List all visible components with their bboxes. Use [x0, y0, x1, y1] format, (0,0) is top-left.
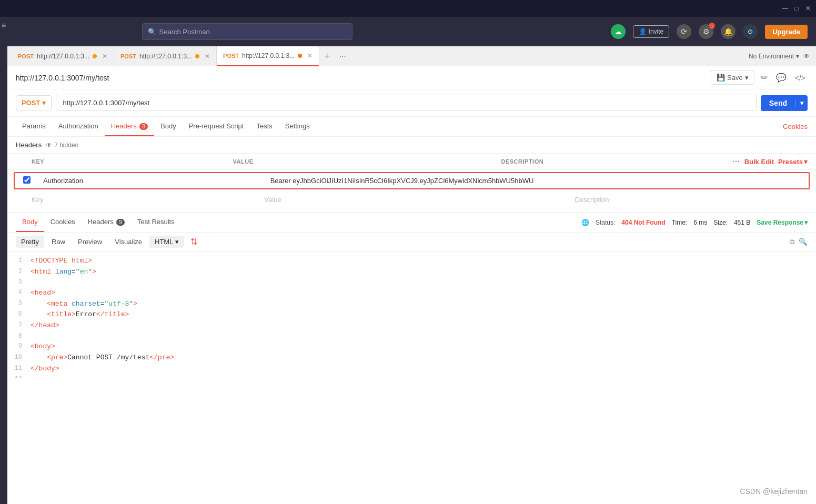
response-section: Body Cookies Headers 9 Test Results 🌐 St…	[7, 212, 816, 378]
request-tabs: Params Authorization Headers 8 Body Pre-…	[7, 117, 816, 137]
send-button[interactable]: Send ▾	[761, 95, 808, 111]
res-tab-test-results[interactable]: Test Results	[131, 213, 181, 232]
hidden-count-badge: 👁 7 hidden	[46, 142, 78, 149]
format-dropdown-icon: ▾	[175, 238, 179, 246]
time-value: 6 ms	[693, 219, 707, 226]
avatar[interactable]: ⊙	[743, 24, 758, 39]
tab-settings[interactable]: Settings	[279, 117, 316, 136]
code-tab-pretty[interactable]: Pretty	[16, 236, 44, 248]
tab-3-dot	[298, 54, 302, 58]
new-tab-button[interactable]: +	[319, 52, 335, 61]
code-tab-raw[interactable]: Raw	[46, 236, 70, 248]
top-header: 🔍 Search Postman ☁ 👤 Invite ⟳ ⚙1 🔔 ⊙ Upg…	[7, 17, 816, 46]
code-line-7: 7 </head>	[7, 320, 816, 331]
res-headers-badge: 9	[116, 219, 125, 226]
row-value[interactable]: Bearer eyJhbGciOiJIUzI1NiIsInR5cCl6IkpXV…	[270, 177, 573, 185]
cloud-icon[interactable]: ☁	[611, 24, 626, 39]
minimize-button[interactable]: —	[781, 5, 789, 12]
edit-icon[interactable]: ✏	[759, 70, 770, 85]
tab-body[interactable]: Body	[154, 117, 183, 136]
code-line-6: 6 <title>Error</title>	[7, 309, 816, 320]
code-line-4: 4 <head>	[7, 288, 816, 299]
bell-icon[interactable]: 🔔	[721, 24, 736, 39]
method-dropdown-icon: ▾	[42, 99, 46, 107]
tab-1[interactable]: POST http://127.0.0.1:3... ✕	[12, 46, 114, 66]
col-desc-header: DESCRIPTION	[501, 158, 703, 165]
comment-icon[interactable]: 💬	[774, 70, 789, 85]
cookies-link[interactable]: Cookies	[783, 123, 808, 130]
empty-value[interactable]: Value	[265, 196, 575, 204]
save-button[interactable]: 💾 Save ▾	[711, 70, 754, 85]
refresh-icon[interactable]: ⟳	[677, 24, 691, 39]
header-right: ☁ 👤 Invite ⟳ ⚙1 🔔 ⊙ Upgrade	[611, 24, 808, 39]
request-title-actions: 💾 Save ▾ ✏ 💬 </>	[711, 70, 808, 85]
response-meta: 🌐 Status: 404 Not Found Time: 6 ms Size:…	[581, 219, 808, 226]
row-key[interactable]: Authorization	[39, 177, 270, 185]
tab-3[interactable]: POST http://127.0.0.1:3... ✕	[217, 46, 319, 66]
tab-pre-request[interactable]: Pre-request Script	[183, 117, 250, 136]
res-tab-headers[interactable]: Headers 9	[82, 213, 131, 232]
save-response-dropdown: ▾	[804, 219, 808, 226]
sidebar: ≡	[0, 17, 7, 504]
format-select[interactable]: HTML ▾	[149, 236, 184, 248]
search-bar[interactable]: 🔍 Search Postman	[142, 23, 352, 40]
save-response-button[interactable]: Save Response ▾	[757, 219, 808, 226]
col-value-header: VALUE	[233, 158, 501, 165]
tab-authorization[interactable]: Authorization	[52, 117, 105, 136]
eye-hidden-icon: 👁	[46, 142, 52, 149]
empty-key[interactable]: Key	[32, 196, 265, 204]
settings-icon[interactable]: ⚙1	[699, 24, 713, 39]
watermark: CSDN @kejizhentan	[740, 487, 808, 496]
format-icon[interactable]: ⇅	[190, 237, 197, 247]
search-code-icon[interactable]: 🔍	[799, 238, 808, 246]
code-line-10: 10 <pre>Cannot POST /my/test</pre>	[7, 352, 816, 364]
code-line-1: 1 <!DOCTYPE html>	[7, 256, 816, 267]
status-badge: 404 Not Found	[621, 219, 665, 226]
url-bar: POST ▾ Send ▾	[7, 89, 816, 117]
tab-params[interactable]: Params	[16, 117, 52, 136]
tab-2[interactable]: POST http://127.0.0.1:3... ✕	[114, 46, 217, 66]
bulk-edit-button[interactable]: Bulk Edit	[744, 158, 774, 166]
headers-label: Headers	[16, 141, 42, 149]
code-viewer: 1 <!DOCTYPE html> 2 <html lang="en"> 3 4…	[7, 251, 816, 378]
code-tab-preview[interactable]: Preview	[73, 236, 107, 248]
tab-tests[interactable]: Tests	[250, 117, 278, 136]
status-label: Status:	[596, 219, 615, 226]
request-title: http://127.0.0.1:3007/my/test	[16, 74, 711, 82]
copy-icon[interactable]: ⧉	[790, 238, 794, 246]
more-tabs-button[interactable]: ···	[335, 52, 350, 61]
size-value: 451 B	[734, 219, 750, 226]
response-tabs: Body Cookies Headers 9 Test Results 🌐 St…	[7, 213, 816, 233]
upgrade-button[interactable]: Upgrade	[765, 25, 808, 39]
code-line-12: 12	[7, 375, 816, 378]
col-actions-header: ··· Bulk Edit Presets ▾	[702, 157, 808, 166]
code-line-11: 11 </body>	[7, 364, 816, 375]
code-line-8: 8	[7, 331, 816, 341]
env-dropdown-icon: ▾	[796, 53, 799, 60]
code-line-2: 2 <html lang="en">	[7, 267, 816, 278]
invite-button[interactable]: 👤 Invite	[633, 25, 670, 38]
code-view-tabs: Pretty Raw Preview Visualize HTML ▾ ⇅ ⧉ …	[7, 233, 816, 251]
empty-description[interactable]: Description	[575, 196, 808, 204]
url-input[interactable]	[56, 95, 756, 111]
presets-button[interactable]: Presets ▾	[778, 158, 808, 166]
search-icon: 🔍	[148, 28, 156, 36]
method-label: POST	[22, 99, 40, 107]
environment-selector[interactable]: No Environment ▾ 👁	[749, 53, 816, 60]
code-icon[interactable]: </>	[793, 72, 808, 84]
maximize-button[interactable]: □	[793, 5, 800, 12]
res-tab-cookies[interactable]: Cookies	[44, 213, 82, 232]
method-select[interactable]: POST ▾	[16, 95, 52, 110]
tab-headers[interactable]: Headers 8	[105, 117, 154, 136]
res-tab-body[interactable]: Body	[16, 213, 44, 232]
row-checkbox[interactable]	[23, 176, 31, 184]
code-tab-visualize[interactable]: Visualize	[109, 236, 147, 248]
empty-row: Key Value Description	[7, 191, 816, 208]
code-line-3: 3	[7, 278, 816, 288]
env-label: No Environment	[749, 53, 794, 60]
headers-section: Headers 👁 7 hidden	[7, 137, 816, 154]
close-button[interactable]: ✕	[804, 5, 812, 12]
col-key-header: KEY	[32, 158, 233, 165]
sidebar-menu-icon[interactable]: ≡	[2, 21, 6, 29]
tab-1-dot	[93, 54, 97, 58]
